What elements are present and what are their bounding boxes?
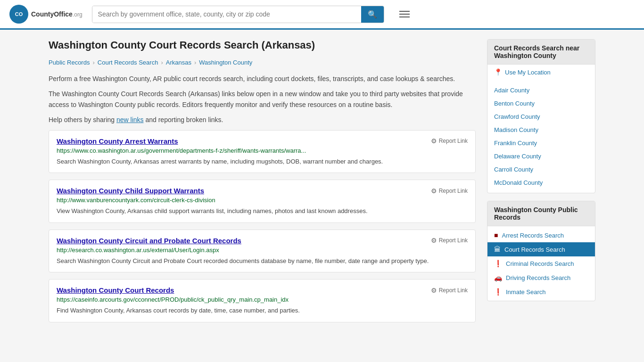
description-2: The Washington County Court Records Sear…	[49, 89, 476, 110]
result-url-1[interactable]: http://www.vanburencountyark.com/circuit…	[57, 197, 468, 204]
results-list: Washington County Arrest Warrants ⚙ Repo…	[49, 130, 476, 322]
result-item: Washington County Court Records ⚙ Report…	[49, 279, 476, 322]
use-location-row: 📍 Use My Location	[487, 65, 595, 80]
nearby-county-item: Benton County	[487, 97, 595, 110]
public-records-section: Washington County Public Records ■ Arres…	[487, 201, 595, 301]
search-icon: 🔍	[368, 10, 377, 18]
main-content: Washington County Court Records Search (…	[49, 39, 476, 329]
nav-icon-3: 🚗	[494, 274, 502, 281]
nearby-county-item: Franklin County	[487, 136, 595, 149]
nav-icon-0: ■	[494, 231, 498, 239]
result-url-0[interactable]: https://www.co.washington.ar.us/governme…	[57, 147, 468, 154]
breadcrumb-court-records[interactable]: Court Records Search	[98, 59, 158, 66]
menu-icon-line	[399, 14, 410, 15]
result-desc-1: View Washington County, Arkansas child s…	[57, 206, 468, 216]
nearby-county-item: Carroll County	[487, 163, 595, 176]
search-button[interactable]: 🔍	[361, 6, 384, 23]
nav-link-4[interactable]: Inmate Search	[506, 288, 546, 296]
description-3: Help others by sharing new links and rep…	[49, 115, 476, 125]
site-logo[interactable]: CO CountyOffice.org	[9, 5, 83, 24]
breadcrumb-sep: ›	[161, 59, 163, 66]
nearby-section: Court Records Search near Washington Cou…	[487, 39, 595, 193]
site-header: CO CountyOffice.org 🔍	[0, 0, 644, 30]
sidebar-nav-item-1[interactable]: 🏛 Court Records Search	[487, 242, 595, 256]
search-input[interactable]	[92, 6, 361, 23]
result-desc-0: Search Washington County, Arkansas arres…	[57, 157, 468, 166]
report-link-3[interactable]: ⚙ Report Link	[431, 287, 468, 294]
sidebar-nav-item-2[interactable]: ❗ Criminal Records Search	[487, 256, 595, 271]
sidebar-nav-item-3[interactable]: 🚗 Driving Records Search	[487, 271, 595, 285]
nearby-county-item: Madison County	[487, 123, 595, 136]
result-desc-2: Search Washington County Circuit and Pro…	[57, 256, 468, 266]
search-bar: 🔍	[92, 6, 384, 23]
nav-label-1: Court Records Search	[504, 246, 565, 253]
nearby-county-item: Delaware County	[487, 149, 595, 163]
new-links-link[interactable]: new links	[116, 116, 144, 123]
result-item: Washington County Circuit and Probate Co…	[49, 230, 476, 273]
result-header: Washington County Circuit and Probate Co…	[57, 237, 468, 245]
nearby-county-item: Adair County	[487, 83, 595, 97]
nearby-county-link-5[interactable]: Delaware County	[494, 153, 541, 160]
nav-link-2[interactable]: Criminal Records Search	[506, 260, 574, 267]
breadcrumb: Public Records › Court Records Search › …	[49, 59, 476, 66]
report-link-2[interactable]: ⚙ Report Link	[431, 237, 468, 244]
nearby-county-link-3[interactable]: Madison County	[494, 126, 538, 133]
nearby-county-link-7[interactable]: McDonald County	[494, 179, 543, 186]
report-icon: ⚙	[431, 237, 437, 244]
result-header: Washington County Arrest Warrants ⚙ Repo…	[57, 137, 468, 145]
logo-text: CountyOffice.org	[31, 10, 83, 18]
page-title: Washington County Court Records Search (…	[49, 39, 476, 51]
nav-icon-4: ❗	[494, 288, 502, 296]
result-header: Washington County Court Records ⚙ Report…	[57, 286, 468, 294]
menu-icon-line	[399, 16, 410, 17]
breadcrumb-washington-county[interactable]: Washington County	[199, 59, 252, 66]
result-title-2[interactable]: Washington County Circuit and Probate Co…	[57, 237, 241, 245]
result-header: Washington County Child Support Warrants…	[57, 187, 468, 195]
public-records-title: Washington County Public Records	[487, 201, 595, 226]
nav-link-0[interactable]: Arrest Records Search	[502, 232, 564, 239]
main-container: Washington County Court Records Search (…	[39, 30, 605, 338]
nearby-county-link-0[interactable]: Adair County	[494, 87, 529, 94]
report-icon: ⚙	[431, 287, 437, 294]
nearby-county-item: Crawford County	[487, 110, 595, 123]
sidebar-nav-list: ■ Arrest Records Search 🏛 Court Records …	[487, 226, 595, 301]
nav-icon-1: 🏛	[494, 246, 501, 253]
report-icon: ⚙	[431, 187, 437, 195]
breadcrumb-public-records[interactable]: Public Records	[49, 59, 90, 66]
result-url-3[interactable]: https://caseinfo.arcourts.gov/cconnect/P…	[57, 296, 468, 303]
result-item: Washington County Child Support Warrants…	[49, 180, 476, 223]
nav-link-3[interactable]: Driving Records Search	[506, 274, 570, 281]
result-url-2[interactable]: http://esearch.co.washington.ar.us/exter…	[57, 247, 468, 254]
result-desc-3: Find Washington County, Arkansas court r…	[57, 306, 468, 315]
result-title-3[interactable]: Washington County Court Records	[57, 286, 174, 294]
report-link-0[interactable]: ⚙ Report Link	[431, 137, 468, 145]
nearby-county-link-4[interactable]: Franklin County	[494, 140, 537, 147]
description-1: Perform a free Washington County, AR pub…	[49, 74, 476, 84]
nearby-county-link-6[interactable]: Carroll County	[494, 166, 533, 173]
breadcrumb-arkansas[interactable]: Arkansas	[166, 59, 191, 66]
nearby-county-link-1[interactable]: Benton County	[494, 100, 535, 107]
nearby-section-title: Court Records Search near Washington Cou…	[487, 40, 595, 65]
menu-icon-line	[399, 11, 410, 12]
nav-icon-2: ❗	[494, 260, 502, 267]
nearby-county-item: McDonald County	[487, 176, 595, 189]
sidebar-nav-item-0[interactable]: ■ Arrest Records Search	[487, 228, 595, 242]
result-title-0[interactable]: Washington County Arrest Warrants	[57, 137, 178, 145]
logo-icon: CO	[9, 5, 28, 24]
report-icon: ⚙	[431, 137, 437, 145]
nearby-county-link-2[interactable]: Crawford County	[494, 113, 540, 120]
use-location-link[interactable]: Use My Location	[505, 69, 551, 76]
location-pin-icon: 📍	[494, 68, 502, 76]
nearby-counties-list: Adair CountyBenton CountyCrawford County…	[487, 80, 595, 193]
result-item: Washington County Arrest Warrants ⚙ Repo…	[49, 130, 476, 173]
svg-text:CO: CO	[15, 11, 23, 17]
report-link-1[interactable]: ⚙ Report Link	[431, 187, 468, 195]
breadcrumb-sep: ›	[92, 59, 94, 66]
sidebar: Court Records Search near Washington Cou…	[487, 39, 595, 329]
menu-button[interactable]	[397, 9, 412, 19]
breadcrumb-sep: ›	[194, 59, 196, 66]
sidebar-nav-item-4[interactable]: ❗ Inmate Search	[487, 285, 595, 299]
result-title-1[interactable]: Washington County Child Support Warrants	[57, 187, 204, 195]
